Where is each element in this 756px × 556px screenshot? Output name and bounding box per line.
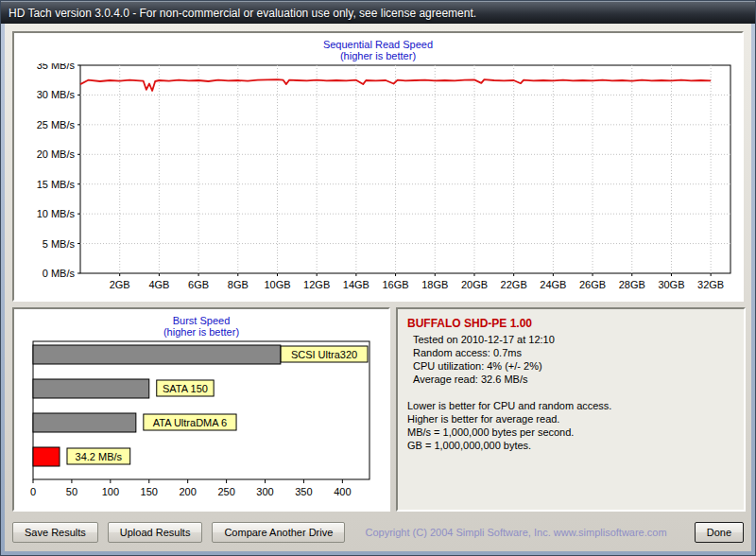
svg-text:ATA UltraDMA 6: ATA UltraDMA 6	[153, 417, 227, 428]
svg-text:20 MB/s: 20 MB/s	[37, 148, 76, 160]
info-notes: Lower is better for CPU and random acces…	[407, 400, 734, 451]
sequential-chart-title: Sequential Read Speed	[14, 39, 742, 50]
svg-text:26GB: 26GB	[579, 279, 606, 290]
random-access-line: Random access: 0.7ms	[413, 347, 734, 358]
done-button[interactable]: Done	[695, 522, 744, 543]
svg-text:10GB: 10GB	[264, 279, 290, 290]
note-lower-better: Lower is better for CPU and random acces…	[407, 400, 734, 411]
svg-text:28GB: 28GB	[619, 279, 645, 290]
button-row: Save Results Upload Results Compare Anot…	[12, 521, 744, 544]
svg-text:20GB: 20GB	[461, 279, 488, 290]
burst-chart-title: Burst Speed	[14, 315, 388, 326]
upload-results-button[interactable]: Upload Results	[108, 522, 203, 543]
svg-text:2GB: 2GB	[110, 279, 130, 290]
sequential-read-panel: Sequential Read Speed (higher is better)…	[12, 31, 744, 302]
note-gb-definition: GB = 1,000,000,000 bytes.	[407, 440, 734, 451]
tested-on-line: Tested on 2010-12-17 at 12:10	[413, 334, 734, 345]
svg-text:50: 50	[66, 486, 77, 497]
svg-text:14GB: 14GB	[343, 279, 369, 290]
svg-text:SCSI Ultra320: SCSI Ultra320	[291, 349, 357, 360]
burst-speed-panel: Burst Speed (higher is better) 050100150…	[12, 307, 390, 512]
copyright-link[interactable]: Copyright (C) 2004 Simpli Software, Inc.…	[354, 527, 677, 538]
svg-text:15 MB/s: 15 MB/s	[37, 179, 76, 190]
svg-text:0: 0	[30, 486, 36, 497]
titlebar[interactable]: HD Tach version 3.0.4.0 - For non-commer…	[1, 1, 755, 24]
drive-name: BUFFALO SHD-PE 1.00	[407, 317, 734, 330]
svg-text:25 MB/s: 25 MB/s	[37, 119, 76, 130]
window-title: HD Tach version 3.0.4.0 - For non-commer…	[1, 7, 476, 20]
svg-text:400: 400	[334, 486, 351, 497]
svg-text:10 MB/s: 10 MB/s	[37, 208, 76, 219]
svg-text:6GB: 6GB	[188, 279, 209, 290]
note-mbs-definition: MB/s = 1,000,000 bytes per second.	[407, 426, 734, 438]
sequential-chart-subtitle: (higher is better)	[14, 50, 742, 61]
svg-text:8GB: 8GB	[228, 279, 249, 290]
svg-text:4GB: 4GB	[148, 279, 169, 290]
burst-plot: 050100150200250300350400SCSI Ultra320SAT…	[20, 339, 383, 502]
average-read-line: Average read: 32.6 MB/s	[413, 374, 734, 385]
svg-text:200: 200	[179, 486, 196, 497]
note-higher-better: Higher is better for average read.	[407, 413, 734, 425]
svg-text:250: 250	[217, 486, 234, 497]
svg-text:12GB: 12GB	[303, 279, 330, 290]
client-area: Sequential Read Speed (higher is better)…	[5, 24, 751, 551]
sequential-plot: 2GB4GB6GB8GB10GB12GB14GB16GB18GB20GB22GB…	[20, 63, 736, 298]
svg-text:5 MB/s: 5 MB/s	[43, 238, 76, 250]
save-results-button[interactable]: Save Results	[12, 522, 98, 543]
svg-text:SATA 150: SATA 150	[163, 383, 208, 394]
cpu-utilization-line: CPU utilization: 4% (+/- 2%)	[413, 360, 734, 372]
svg-text:34.2 MB/s: 34.2 MB/s	[76, 451, 123, 462]
svg-text:0 MB/s: 0 MB/s	[43, 268, 76, 279]
svg-text:32GB: 32GB	[697, 279, 724, 290]
svg-text:18GB: 18GB	[421, 279, 448, 290]
svg-text:150: 150	[141, 486, 158, 497]
svg-text:35 MB/s: 35 MB/s	[37, 63, 76, 71]
svg-text:30GB: 30GB	[658, 279, 684, 290]
svg-text:100: 100	[102, 486, 119, 497]
svg-text:16GB: 16GB	[383, 279, 409, 290]
results-info-panel: BUFFALO SHD-PE 1.00 Tested on 2010-12-17…	[396, 307, 746, 512]
svg-text:24GB: 24GB	[540, 279, 566, 290]
compare-drive-button[interactable]: Compare Another Drive	[212, 522, 345, 543]
svg-text:300: 300	[256, 486, 273, 497]
svg-text:350: 350	[295, 486, 312, 497]
hdtach-window: HD Tach version 3.0.4.0 - For non-commer…	[0, 0, 756, 556]
burst-chart-subtitle: (higher is better)	[14, 326, 388, 338]
svg-text:30 MB/s: 30 MB/s	[37, 89, 76, 100]
svg-text:22GB: 22GB	[501, 279, 527, 290]
